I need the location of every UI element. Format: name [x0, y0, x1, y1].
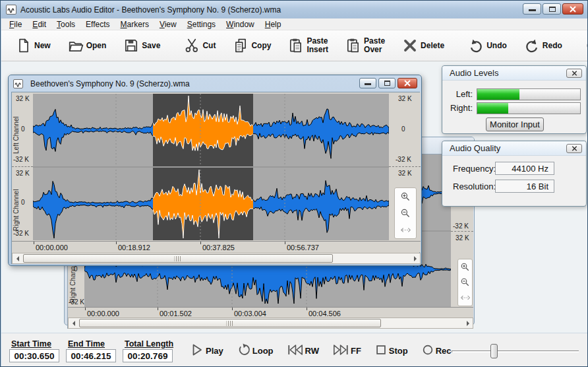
time-axis: 00:00.00000:18.91200:37.82500:56.737 [12, 241, 421, 252]
toolbar-delete-button[interactable]: Delete [402, 38, 444, 53]
time-label: 00:00.000 [87, 310, 119, 317]
stop-icon [374, 343, 388, 359]
ff-button[interactable]: FF [332, 343, 361, 359]
frequency-label: Frequency: [453, 164, 496, 174]
minimize-button[interactable] [523, 3, 541, 15]
toolbar-cut-button[interactable]: Cut [184, 38, 216, 53]
scroll-right-arrow[interactable] [410, 253, 420, 263]
time-tick [307, 308, 307, 310]
menu-item-tools[interactable]: Tools [51, 19, 80, 30]
slider-thumb[interactable] [490, 344, 498, 358]
delete-icon [402, 38, 418, 53]
resolution-label: Resolution: [453, 182, 496, 191]
editor-window-title-bar[interactable]: Beethoven's Symphony No. 9 (Scherzo).wma [9, 75, 421, 92]
editor-window-title: Beethoven's Symphony No. 9 (Scherzo).wma [30, 79, 190, 88]
paste-icon [288, 38, 304, 53]
frequency-value[interactable]: 44100 Hz [495, 162, 554, 175]
document-icon [13, 79, 23, 88]
toolbar-redo-button[interactable]: Redo [524, 38, 562, 53]
audio-quality-close-button[interactable] [566, 144, 582, 153]
toolbar-undo-button[interactable]: Undo [468, 38, 507, 53]
menu-item-settings[interactable]: Settings [182, 19, 221, 30]
toolbar-paste-insert-button[interactable]: Paste Insert [288, 37, 328, 54]
audio-levels-close-button[interactable] [566, 69, 582, 78]
redo-icon [524, 38, 540, 53]
start-time-value[interactable]: 00:30.650 [9, 349, 59, 362]
close-button[interactable] [562, 3, 583, 15]
audio-levels-title-bar[interactable]: Audio Levels [442, 66, 586, 81]
time-label: 00:00.000 [36, 244, 68, 251]
right-level-meter [477, 102, 581, 114]
zoom-in-button[interactable] [397, 189, 414, 205]
cut-icon [184, 38, 200, 53]
editor-restore-button[interactable] [378, 78, 396, 88]
time-tick [116, 242, 117, 244]
monitor-input-button[interactable]: Monitor Input [486, 117, 544, 131]
fast-forward-icon [332, 343, 349, 359]
zoom-out-button[interactable] [397, 205, 414, 221]
menu-item-view[interactable]: View [154, 19, 182, 30]
volume-slider[interactable] [452, 343, 579, 360]
toolbar: NewOpenSaveCutCopyPaste InsertPaste Over… [1, 30, 588, 61]
right-channel-label: Right Channel [13, 180, 20, 231]
zoom-fit-button[interactable] [457, 290, 474, 306]
toolbar-copy-button[interactable]: Copy [233, 38, 271, 53]
total-length-value[interactable]: 00:20.769 [123, 349, 173, 362]
rw-button[interactable]: RW [287, 343, 319, 359]
menu-item-help[interactable]: Help [260, 19, 287, 30]
time-label: 00:18.912 [118, 244, 150, 251]
stop-button[interactable]: Stop [374, 343, 408, 359]
menu-bar: FileEditToolsEffectsMarkersViewSettingsW… [1, 18, 588, 30]
scroll-left-arrow[interactable] [69, 318, 78, 328]
menu-item-edit[interactable]: Edit [27, 19, 51, 30]
rec-button[interactable]: Rec [421, 343, 452, 359]
menu-item-window[interactable]: Window [221, 19, 260, 30]
left-level-meter [477, 88, 581, 100]
scrollbar-thumb[interactable] [79, 319, 381, 327]
workspace: Right Channel 0 -32 K -32 K 32 K [1, 61, 588, 333]
scroll-left-arrow[interactable] [13, 253, 22, 263]
end-time-field: End Time00:46.215 [66, 339, 116, 362]
audio-levels-panel: Audio Levels Left: Right: Monitor Input [442, 65, 587, 134]
audio-quality-title: Audio Quality [450, 143, 500, 153]
waveform-area[interactable] [33, 94, 389, 240]
toolbar-new-button[interactable]: New [16, 38, 51, 53]
slider-track[interactable] [452, 350, 579, 352]
total-length-label: Total Length [123, 339, 173, 349]
end-time-label: End Time [66, 339, 116, 349]
loop-button[interactable]: Loop [237, 343, 274, 360]
menu-item-file[interactable]: File [4, 19, 27, 30]
audio-quality-title-bar[interactable]: Audio Quality [442, 141, 586, 156]
maximize-button[interactable] [543, 3, 561, 15]
time-tick [85, 308, 86, 310]
play-button[interactable]: Play [190, 343, 223, 360]
right-level-label: Right: [448, 103, 473, 113]
time-tick [34, 242, 34, 244]
time-label: 00:37.825 [202, 244, 235, 251]
time-label: 00:03.004 [234, 310, 266, 317]
toolbar-open-button[interactable]: Open [68, 38, 107, 53]
toolbar-paste-over-button[interactable]: Paste Over [345, 37, 385, 54]
editor-close-button[interactable] [397, 78, 417, 88]
resolution-value[interactable]: 16 Bit [495, 180, 554, 193]
end-time-value[interactable]: 00:46.215 [66, 349, 116, 362]
app-icon [6, 5, 16, 15]
time-tick [200, 242, 201, 244]
new-file-icon [16, 38, 32, 53]
menu-item-markers[interactable]: Markers [115, 19, 154, 30]
toolbar-save-button[interactable]: Save [123, 38, 160, 53]
bg-horizontal-scrollbar[interactable] [68, 317, 473, 329]
zoom-fit-button[interactable] [397, 222, 414, 238]
scroll-right-arrow[interactable] [463, 318, 473, 328]
main-title-bar[interactable]: Acoustic Labs Audio Editor - Beethoven's… [1, 1, 588, 18]
zoom-in-button[interactable] [457, 259, 474, 275]
start-time-label: Start Time [9, 339, 59, 349]
horizontal-scrollbar[interactable] [12, 253, 421, 264]
editor-window[interactable]: Beethoven's Symphony No. 9 (Scherzo).wma… [8, 75, 422, 266]
zoom-out-button[interactable] [457, 275, 474, 290]
start-time-field: Start Time00:30.650 [9, 339, 59, 362]
editor-minimize-button[interactable] [359, 78, 376, 88]
bg-time-axis: 00:00.00000:01.50200:03.00400:04.506 [68, 307, 473, 317]
scrollbar-thumb[interactable] [23, 254, 333, 263]
menu-item-effects[interactable]: Effects [80, 19, 115, 30]
